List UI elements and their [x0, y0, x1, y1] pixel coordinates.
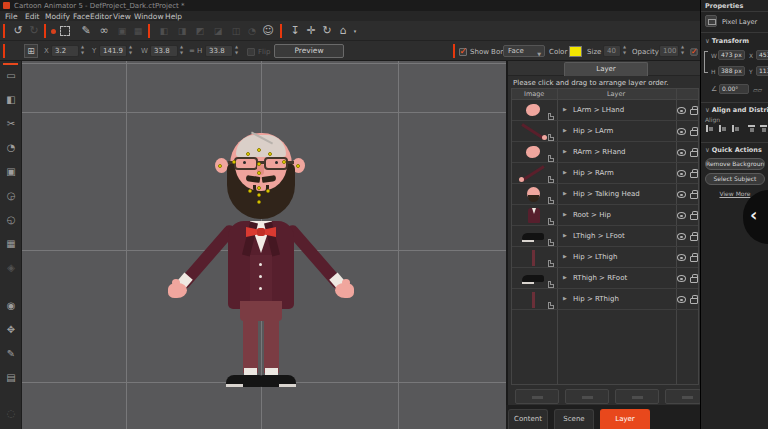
y-spinner[interactable]	[129, 45, 135, 57]
image-tool-icon[interactable]: ▣	[0, 164, 22, 180]
pen-icon[interactable]: ✎	[78, 23, 94, 39]
x-spinner[interactable]	[81, 45, 87, 57]
move-icon[interactable]: ✛	[303, 23, 319, 39]
flip-checkbox[interactable]	[247, 48, 255, 56]
disabled-tool-icon-4[interactable]: ◪	[210, 23, 226, 39]
layer-row[interactable]: ▶ Root > Hip	[512, 205, 698, 226]
disabled-tool-icon-1[interactable]: ◧	[156, 23, 172, 39]
expand-triangle-icon[interactable]: ▶	[563, 169, 567, 175]
face-control-point[interactable]	[268, 152, 272, 156]
face-control-point[interactable]	[246, 152, 250, 156]
size-input[interactable]: 40	[603, 45, 621, 57]
menu-faceeditor[interactable]: FaceEditor	[73, 12, 112, 21]
face-control-point[interactable]	[257, 162, 261, 166]
snap-grid-icon[interactable]: ⊞	[24, 44, 38, 58]
pin-down-icon[interactable]: ↧	[287, 23, 303, 39]
link-dimensions-icon[interactable]	[704, 51, 708, 73]
redo-icon[interactable]: ↻	[26, 23, 42, 39]
face-control-point[interactable]	[296, 164, 300, 168]
home-dropdown-arrow-icon[interactable]: ▾	[347, 23, 363, 39]
undo-icon[interactable]: ↺	[10, 23, 26, 39]
wh-link-icon[interactable]: =	[189, 47, 195, 55]
w-input[interactable]: 33.8	[150, 45, 178, 57]
align-left-icon[interactable]	[705, 124, 714, 133]
expand-triangle-icon[interactable]: ▶	[563, 295, 567, 301]
select-subject-button[interactable]: Select Subject	[705, 173, 765, 185]
preview-button[interactable]: Preview	[274, 44, 344, 58]
align-top-icon[interactable]	[747, 124, 756, 133]
rotate-icon[interactable]: ↻	[319, 23, 335, 39]
opacity-spinner[interactable]	[681, 45, 687, 57]
character-icon[interactable]: ☺	[260, 23, 276, 39]
color-swatch[interactable]	[569, 46, 582, 57]
expand-triangle-icon[interactable]: ▶	[563, 232, 567, 238]
expand-triangle-icon[interactable]: ▶	[563, 148, 567, 154]
face-control-point[interactable]	[218, 164, 222, 168]
panel-collapse-chevron[interactable]	[743, 190, 768, 244]
menu-help[interactable]: Help	[165, 12, 182, 21]
lock-icon[interactable]	[690, 298, 698, 304]
menu-modify[interactable]: Modify	[45, 12, 70, 21]
layer-row[interactable]: ▶ RThigh > RFoot	[512, 268, 698, 289]
menu-view[interactable]: View	[113, 12, 131, 21]
lock-icon[interactable]	[690, 172, 698, 178]
expand-triangle-icon[interactable]: ▶	[563, 274, 567, 280]
align-section-header[interactable]: Align and Distribute	[705, 106, 768, 114]
expand-triangle-icon[interactable]: ▶	[563, 106, 567, 112]
visibility-eye-icon[interactable]	[677, 191, 686, 198]
layer-row[interactable]: ▶ LThigh > LFoot	[512, 226, 698, 247]
expand-triangle-icon[interactable]: ▶	[563, 190, 567, 196]
layer-row[interactable]: ▶ Hip > LThigh	[512, 247, 698, 268]
layer-row[interactable]: ▶ Hip > Talking Head	[512, 184, 698, 205]
tab-layer[interactable]: Layer	[600, 409, 650, 429]
layer-action-button-4[interactable]	[665, 389, 701, 404]
prop-y-field[interactable]: 1139 px	[756, 66, 768, 76]
layer-row[interactable]: ▶ Hip > RThigh	[512, 289, 698, 310]
texture-tool-icon[interactable]: ▦	[0, 236, 22, 252]
prop-x-field[interactable]: 453 px	[756, 50, 768, 60]
lock-icon[interactable]	[690, 235, 698, 241]
h-input[interactable]: 33.8	[205, 45, 233, 57]
visibility-eye-icon[interactable]	[677, 128, 686, 135]
disabled-rail-icon-2[interactable]: ◌	[0, 406, 22, 422]
face-control-point[interactable]	[257, 193, 261, 197]
lock-icon[interactable]	[690, 214, 698, 220]
menu-edit[interactable]: Edit	[25, 12, 40, 21]
link-icon[interactable]: ∞	[96, 23, 112, 39]
grid-icon[interactable]: ▦	[130, 23, 146, 39]
layer-action-button-3[interactable]	[615, 389, 659, 404]
layer-row[interactable]: ▶ RArm > RHand	[512, 142, 698, 163]
character[interactable]	[22, 61, 506, 429]
w-spinner[interactable]	[180, 45, 186, 57]
stage-tool-icon[interactable]: ▭	[0, 68, 22, 84]
flip-ratio-icons[interactable]: ▱▱	[753, 86, 762, 93]
tab-scene[interactable]: Scene	[554, 409, 594, 429]
visibility-eye-icon[interactable]	[677, 254, 686, 261]
disabled-tool-icon-6[interactable]: ◔	[244, 23, 260, 39]
face-control-point[interactable]	[257, 186, 261, 190]
lock-icon[interactable]	[690, 109, 698, 115]
align-middle-icon[interactable]	[759, 124, 768, 133]
group-tool-icon[interactable]: ◉	[0, 298, 22, 314]
face-control-point[interactable]	[257, 200, 261, 204]
disabled-tool-icon-3[interactable]: ◩	[192, 23, 208, 39]
angle-field[interactable]: 0.00°	[719, 84, 749, 94]
layer-row[interactable]: ▶ Hip > RArm	[512, 163, 698, 184]
disabled-rail-icon[interactable]: ◈	[0, 260, 22, 276]
tab-content[interactable]: Content	[508, 409, 548, 429]
disabled-tool-icon-5[interactable]: ◫	[228, 23, 244, 39]
visibility-eye-icon[interactable]	[677, 170, 686, 177]
remove-background-button[interactable]: Remove Background	[705, 158, 765, 170]
disabled-tool-icon-2[interactable]: ◨	[174, 23, 190, 39]
layer-action-button-2[interactable]	[565, 389, 609, 404]
size-spinner[interactable]	[623, 45, 629, 57]
face-control-point[interactable]	[282, 160, 286, 164]
lock-icon[interactable]	[690, 277, 698, 283]
transform-section-header[interactable]: Transform	[705, 37, 749, 45]
prop-h-field[interactable]: 388 px	[718, 66, 745, 76]
cut-tool-icon[interactable]: ✂	[0, 116, 22, 132]
expand-triangle-icon[interactable]: ▶	[563, 253, 567, 259]
mode-select[interactable]: Face	[503, 45, 545, 57]
visibility-eye-icon[interactable]	[677, 149, 686, 156]
visibility-eye-icon[interactable]	[677, 296, 686, 303]
